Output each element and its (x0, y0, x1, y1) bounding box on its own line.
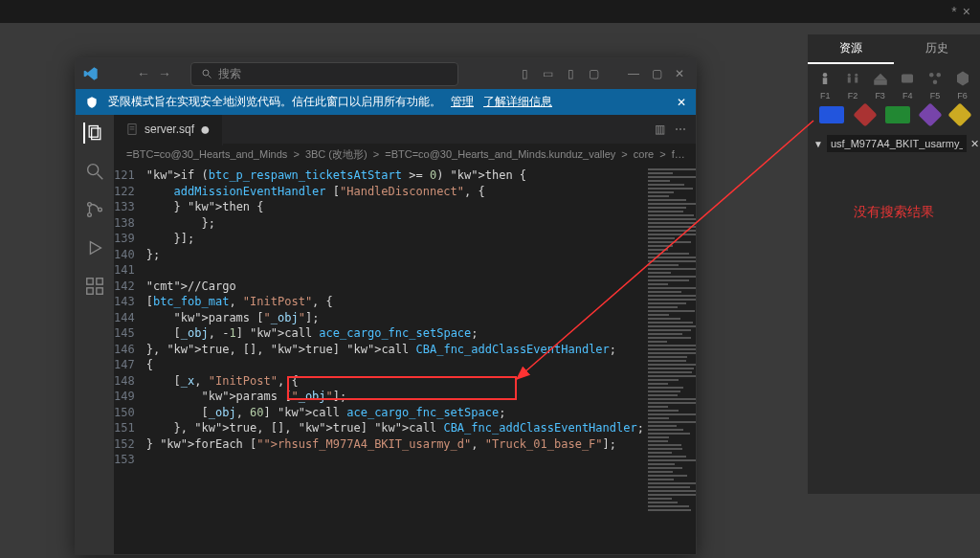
restricted-mode-banner: 受限模式旨在实现安全地浏览代码。信任此窗口以启用所有功能。 管理 了解详细信息 … (76, 89, 696, 115)
color-swatches (808, 102, 980, 131)
explorer-icon[interactable] (83, 123, 104, 144)
svg-rect-22 (97, 279, 102, 284)
fn-row: F1 F2 F3 F4 F5 F6 (808, 64, 980, 102)
clear-search-icon[interactable]: ✕ (970, 138, 979, 149)
line-gutter: 121 122 133 138 139 140 141 142 143 144 … (114, 166, 146, 554)
vscode-tabbar: server.sqf ● ▥ ⋯ (114, 115, 696, 144)
app-titlebar: * × (0, 0, 980, 23)
asset-search-row: ▼ ✕ ▭ ⋮ (808, 131, 980, 156)
search-placeholder: 搜索 (218, 66, 241, 82)
svg-point-10 (933, 80, 938, 85)
vscode-titlebar[interactable]: ← → 搜索 ▯ ▭ ▯ ▢ — ▢ ✕ (76, 58, 696, 89)
search-icon (201, 68, 212, 79)
svg-rect-21 (87, 279, 93, 284)
tab-history[interactable]: 历史 (894, 34, 980, 64)
search-side-icon[interactable] (84, 161, 105, 182)
banner-learn-link[interactable]: 了解详细信息 (483, 94, 552, 110)
svg-rect-13 (89, 126, 98, 138)
close-icon[interactable]: × (963, 4, 970, 19)
svg-rect-24 (97, 288, 102, 294)
svg-point-2 (848, 74, 851, 77)
tab-server-sqf[interactable]: server.sqf ● (114, 115, 223, 145)
fn-f2[interactable]: F2 (844, 70, 861, 100)
dirty-dot-icon: ● (200, 120, 211, 140)
tab-filename: server.sqf (145, 123, 194, 136)
svg-point-9 (936, 73, 941, 78)
minimap[interactable] (644, 166, 696, 554)
svg-line-16 (98, 174, 103, 180)
svg-point-11 (203, 70, 209, 76)
right-panel: 资源 历史 F1 F2 F3 F4 F5 F6 ▼ ✕ ▭ ⋮ 没有搜索结果 (808, 34, 980, 494)
svg-rect-7 (902, 75, 913, 83)
breadcrumb[interactable]: =BTC=co@30_Hearts_and_Minds > 3BC (改地形) … (114, 144, 696, 166)
swatch-yellow[interactable] (947, 102, 971, 126)
fn-f6[interactable]: F6 (954, 70, 971, 100)
svg-point-8 (929, 73, 934, 78)
source-control-icon[interactable] (84, 199, 105, 220)
layout-panel-icon[interactable]: ▢ (585, 67, 602, 80)
svg-rect-6 (874, 80, 887, 85)
vscode-logo-icon (83, 66, 99, 81)
svg-line-12 (209, 76, 212, 78)
extensions-icon[interactable] (84, 276, 105, 297)
file-icon (125, 123, 139, 136)
svg-point-18 (88, 213, 92, 217)
swatch-blue[interactable] (819, 106, 844, 123)
svg-rect-4 (848, 78, 851, 83)
svg-point-15 (88, 165, 99, 175)
fn-f5[interactable]: F5 (926, 70, 944, 100)
banner-close-icon[interactable]: ✕ (677, 96, 686, 109)
swatch-purple[interactable] (919, 102, 943, 126)
right-tabs: 资源 历史 (808, 34, 980, 64)
expand-arrow-icon[interactable]: ▼ (813, 139, 823, 149)
split-editor-icon[interactable]: ▥ (655, 123, 665, 136)
vscode-window: ← → 搜索 ▯ ▭ ▯ ▢ — ▢ ✕ 受限模式旨在实现安全地浏览代码。信任此… (75, 57, 697, 555)
debug-icon[interactable] (84, 237, 105, 258)
close-window-icon[interactable]: ✕ (671, 67, 688, 80)
svg-rect-5 (855, 78, 858, 83)
fn-f4[interactable]: F4 (899, 70, 916, 100)
svg-rect-14 (92, 128, 100, 140)
swatch-red[interactable] (853, 102, 877, 126)
nav-fwd-icon[interactable]: → (158, 66, 171, 81)
svg-point-3 (855, 74, 858, 77)
asset-search-input[interactable] (827, 135, 967, 152)
code-content[interactable]: "kw">if (btc_p_respawn_ticketsAtStart >=… (146, 166, 644, 554)
svg-rect-1 (823, 78, 828, 84)
banner-text: 受限模式旨在实现安全地浏览代码。信任此窗口以启用所有功能。 (108, 94, 441, 110)
code-editor[interactable]: 121 122 133 138 139 140 141 142 143 144 … (114, 166, 696, 554)
svg-marker-20 (90, 242, 100, 255)
no-results-label: 没有搜索结果 (808, 204, 980, 221)
layout-bottom-icon[interactable]: ▭ (539, 67, 556, 80)
fn-f3[interactable]: F3 (872, 70, 889, 100)
layout-left-icon[interactable]: ▯ (516, 67, 533, 80)
shield-icon (85, 96, 99, 109)
layout-right-icon[interactable]: ▯ (562, 67, 579, 80)
nav-back-icon[interactable]: ← (137, 66, 150, 81)
vscode-activity-bar (76, 115, 114, 554)
svg-point-0 (823, 73, 828, 78)
star-icon[interactable]: * (951, 4, 956, 19)
tab-assets[interactable]: 资源 (808, 34, 894, 64)
fn-f1[interactable]: F1 (816, 70, 834, 100)
banner-manage-link[interactable]: 管理 (451, 94, 474, 110)
maximize-icon[interactable]: ▢ (648, 67, 665, 80)
more-actions-icon[interactable]: ⋯ (675, 123, 686, 136)
svg-point-17 (88, 203, 92, 207)
swatch-green[interactable] (885, 106, 910, 123)
minimize-icon[interactable]: — (625, 67, 642, 80)
vscode-command-search[interactable]: 搜索 (190, 62, 458, 86)
svg-rect-23 (87, 288, 93, 294)
